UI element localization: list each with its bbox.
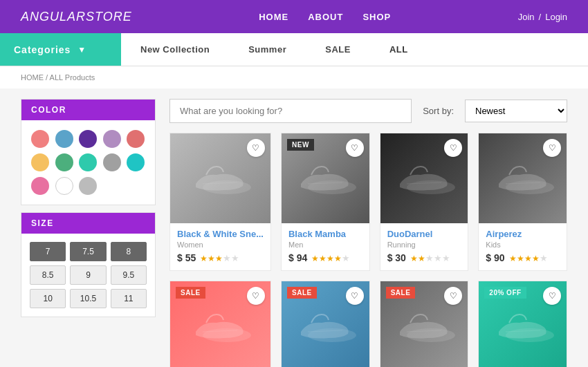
product-badge: 20% OFF <box>484 287 526 299</box>
product-price: $ 30 <box>387 252 406 263</box>
star-filled-icon: ★ <box>208 254 215 263</box>
star-empty-icon: ★ <box>231 253 239 263</box>
product-stars: ★★★★★ <box>509 253 548 263</box>
product-image: SALE ♡ <box>282 281 369 367</box>
product-info: DuoDarnel Running $ 30 ★★★★★ <box>380 223 468 270</box>
nav-home[interactable]: HOME <box>259 12 288 22</box>
tab-all[interactable]: ALL <box>370 33 428 66</box>
product-card[interactable]: SALE ♡ DarkStep Running $ 72 ★★★★★ <box>380 281 469 367</box>
breadcrumb-home[interactable]: HOME <box>21 73 44 82</box>
color-swatch-gold[interactable] <box>31 153 49 171</box>
auth-divider: / <box>539 12 542 22</box>
size-btn-11[interactable]: 11 <box>111 289 147 308</box>
color-swatch-lavender[interactable] <box>103 130 121 148</box>
star-filled-icon: ★ <box>215 254 223 263</box>
product-stars: ★★★★★ <box>200 253 239 263</box>
product-image: NEW ♡ <box>282 133 369 223</box>
sort-label: Sort by: <box>423 106 454 116</box>
color-swatch-gray[interactable] <box>103 153 121 171</box>
color-swatch-salmon[interactable] <box>127 130 145 148</box>
wishlist-button[interactable]: ♡ <box>444 287 462 305</box>
shoe-illustration <box>294 160 356 198</box>
brand-angular: ANGULAR <box>21 10 86 23</box>
star-filled-icon: ★ <box>532 254 540 263</box>
shoe-illustration <box>393 308 455 346</box>
sidebar: COLOR SIZE 77.588.599.51010.511 <box>21 99 156 367</box>
product-toolbar: Sort by: NewestPrice: Low to HighPrice: … <box>169 99 567 123</box>
product-category: Women <box>177 241 264 249</box>
size-btn-9[interactable]: 9 <box>70 265 106 285</box>
tab-new-collection[interactable]: New Collection <box>121 33 229 66</box>
product-price-row: $ 90 ★★★★★ <box>486 252 560 263</box>
size-btn-8-5[interactable]: 8.5 <box>30 265 66 285</box>
star-filled-icon: ★ <box>200 254 208 263</box>
product-price: $ 55 <box>177 252 196 263</box>
wishlist-button[interactable]: ♡ <box>543 139 561 157</box>
wishlist-button[interactable]: ♡ <box>346 139 364 157</box>
star-filled-icon: ★ <box>311 254 319 263</box>
size-btn-7[interactable]: 7 <box>30 242 66 261</box>
size-filter: SIZE 77.588.599.51010.511 <box>21 212 156 317</box>
tab-sale[interactable]: SALE <box>306 33 370 66</box>
product-card[interactable]: 20% OFF ♡ TealFlex Kids $ 55 ★★★★★ <box>478 281 567 367</box>
star-empty-icon: ★ <box>342 253 350 263</box>
search-input[interactable] <box>169 99 412 123</box>
breadcrumb: HOME / ALL Products <box>0 66 588 88</box>
product-card[interactable]: ♡ Black & White Sne... Women $ 55 ★★★★★ <box>169 133 271 271</box>
product-name: DuoDarnel <box>387 229 461 239</box>
product-category: Kids <box>486 241 560 249</box>
nav-about[interactable]: ABOUT <box>308 12 343 22</box>
tab-summer[interactable]: Summer <box>229 33 306 66</box>
breadcrumb-separator: / <box>46 73 48 82</box>
color-swatch-cyan[interactable] <box>127 153 145 171</box>
product-badge: NEW <box>287 139 314 151</box>
color-swatch-teal[interactable] <box>79 153 97 171</box>
star-filled-icon: ★ <box>410 254 418 263</box>
product-card[interactable]: ♡ DuoDarnel Running $ 30 ★★★★★ <box>380 133 469 271</box>
category-tabs: New Collection Summer SALE ALL <box>121 33 588 66</box>
star-filled-icon: ★ <box>509 254 517 263</box>
color-swatch-light-gray[interactable] <box>79 177 97 195</box>
size-btn-8[interactable]: 8 <box>111 242 147 261</box>
product-card[interactable]: NEW ♡ Black Mamba Men $ 94 ★★★★★ <box>281 133 370 271</box>
product-name: Airperez <box>486 229 560 239</box>
color-swatch-light-coral[interactable] <box>31 130 49 148</box>
color-swatch-steel-blue[interactable] <box>55 130 73 148</box>
product-stars: ★★★★★ <box>311 253 350 263</box>
header: ANGULARSTORE HOME ABOUT SHOP Join / Logi… <box>0 0 588 33</box>
product-card[interactable]: SALE ♡ AquaSpeed Men $ 48 ★★★★★ <box>281 281 370 367</box>
color-filter: COLOR <box>21 99 156 205</box>
sort-select[interactable]: NewestPrice: Low to HighPrice: High to L… <box>465 100 567 122</box>
login-link[interactable]: Login <box>545 12 567 22</box>
size-btn-10[interactable]: 10 <box>30 289 66 308</box>
product-name: Black & White Sne... <box>177 229 264 239</box>
star-filled-icon: ★ <box>319 254 327 263</box>
product-image: ♡ <box>380 133 468 223</box>
color-swatch-white[interactable] <box>55 177 73 195</box>
wishlist-button[interactable]: ♡ <box>247 139 265 157</box>
size-btn-9-5[interactable]: 9.5 <box>111 265 147 285</box>
size-btn-10-5[interactable]: 10.5 <box>70 289 106 308</box>
star-filled-icon: ★ <box>524 254 532 263</box>
product-stars: ★★★★★ <box>410 253 450 263</box>
color-swatch-purple[interactable] <box>79 130 97 148</box>
size-btn-7-5[interactable]: 7.5 <box>70 242 106 261</box>
wishlist-button[interactable]: ♡ <box>346 287 364 305</box>
star-filled-icon: ★ <box>418 254 425 263</box>
product-price-row: $ 55 ★★★★★ <box>177 252 264 263</box>
product-image: ♡ <box>479 133 567 223</box>
product-card[interactable]: ♡ Airperez Kids $ 90 ★★★★★ <box>478 133 567 271</box>
categories-dropdown[interactable]: Categories ▼ <box>0 33 121 66</box>
wishlist-button[interactable]: ♡ <box>543 287 561 305</box>
product-card[interactable]: SALE ♡ Runner Pro Women $ 65 ★★★★★ <box>169 281 271 367</box>
product-name: Black Mamba <box>288 229 362 239</box>
color-swatch-pink[interactable] <box>31 177 49 195</box>
nav-shop[interactable]: SHOP <box>362 12 391 22</box>
join-link[interactable]: Join <box>518 12 535 22</box>
wishlist-button[interactable]: ♡ <box>444 139 462 157</box>
size-grid: 77.588.599.51010.511 <box>21 234 155 317</box>
wishlist-button[interactable]: ♡ <box>247 287 265 305</box>
dropdown-arrow-icon: ▼ <box>77 45 86 55</box>
color-swatch-green[interactable] <box>55 153 73 171</box>
product-price-row: $ 94 ★★★★★ <box>288 252 362 263</box>
